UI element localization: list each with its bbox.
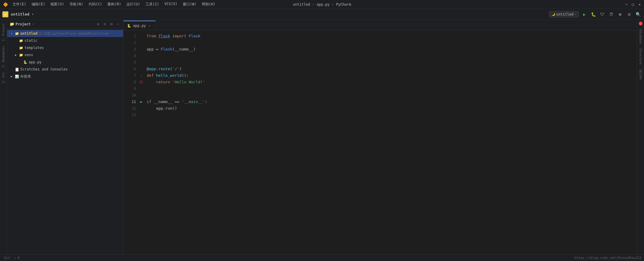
tree-arrow-templates[interactable] <box>14 46 18 50</box>
menu-item-i[interactable]: 工具(I) <box>143 1 162 7</box>
tree-label-scratches: Scratches and Consoles <box>20 67 68 71</box>
menu-item-v[interactable]: 视图(V) <box>48 1 66 7</box>
tree-item-static[interactable]: 📁 static <box>7 37 123 44</box>
code-line-11: if __name__ == '__main__' : <box>144 99 637 105</box>
run-configuration[interactable]: 🌙 untitled ▾ <box>549 11 579 18</box>
gutter-6 <box>138 66 144 72</box>
tree-item-venv[interactable]: ▶ 📁 venv <box>7 51 123 59</box>
code-editor[interactable]: 1 2 3 4 5 6 7 8 9 10 11 12 13 <box>123 30 637 254</box>
window-title: untitled - app.py - PyCharm <box>293 2 351 7</box>
line-num-2: 2 <box>127 39 136 46</box>
token-app-route: app.route <box>149 66 170 72</box>
line-num-10: 10 <box>127 92 136 99</box>
right-vtabs: ⬤ Database Structure SELVAr <box>637 20 644 254</box>
sidebar-dropdown-arrow[interactable]: ▾ <box>32 22 34 26</box>
line-num-13: 13 <box>127 112 136 118</box>
code-line-8: return 'Hello World!' <box>144 79 637 85</box>
tree-arrow-external[interactable]: ▶ <box>10 74 14 79</box>
right-vtab-selvar[interactable]: SELVAr <box>638 67 643 82</box>
status-url: https://blog.csdn.net/SteveZhou212 <box>575 256 642 260</box>
token-at: @ <box>147 66 149 72</box>
run-arrow-11[interactable]: ▶ <box>140 100 142 104</box>
vtab-git[interactable]: Z: Git <box>1 70 6 85</box>
sidebar-minimize-button[interactable]: ─ <box>115 22 121 27</box>
stop-button[interactable]: ⏹ <box>626 11 633 18</box>
breakpoint-8[interactable] <box>140 81 143 84</box>
tree-item-scratches[interactable]: 📋 Scratches and Consoles <box>7 66 123 73</box>
vtab-project[interactable]: 1: Project <box>1 21 6 44</box>
menu-item-u[interactable]: 运行(U) <box>124 1 143 7</box>
collapse-all-button[interactable]: ≡ <box>102 22 108 27</box>
status-git[interactable]: Git <box>2 256 12 260</box>
status-problems[interactable]: ⚠ 0 <box>12 256 21 260</box>
token-app: app <box>147 46 156 53</box>
token-main-str: '__main__' <box>182 99 205 105</box>
tree-item-app-py[interactable]: 🐍 app.py <box>7 59 123 66</box>
tree-arrow-app <box>18 60 22 64</box>
token-hello-str: 'Hello World!' <box>172 79 205 85</box>
main-toolbar: 📁 untitled ▾ 🌙 untitled ▾ ▶ 🐛 🛡 ⏱ ⚙ ⏹ 🔍 <box>0 9 644 20</box>
menu-item-w[interactable]: 窗口(W) <box>180 1 199 7</box>
titlebar: 🔶 文件(E)编辑(E)视图(V)导航(N)代码(C)重构(R)运行(U)工具(… <box>0 0 644 9</box>
maximize-button[interactable]: □ <box>631 2 635 7</box>
tree-arrow-static[interactable] <box>14 39 18 43</box>
run-button[interactable]: ▶ <box>581 11 588 18</box>
line-num-1: 1 <box>127 33 136 39</box>
tree-arrow-root[interactable]: ▾ <box>10 31 14 36</box>
run-config-dropdown[interactable]: ▾ <box>575 13 576 16</box>
gutter-13 <box>138 112 144 118</box>
sidebar-settings-button[interactable]: ⚙ <box>109 22 114 27</box>
gutter-2 <box>138 39 144 46</box>
menu-item-e[interactable]: 编辑(E) <box>29 1 48 7</box>
tree-python-icon-app: 🐍 <box>23 60 28 65</box>
close-button[interactable]: ✕ <box>637 2 642 7</box>
tree-arrow-venv[interactable]: ▶ <box>14 53 18 57</box>
token-if: if <box>147 99 151 105</box>
token-space-6 <box>170 79 172 85</box>
line-num-5: 5 <box>127 59 136 66</box>
project-dropdown-arrow[interactable]: ▾ <box>32 13 34 16</box>
run-with-coverage[interactable]: 🛡 <box>599 11 606 18</box>
menu-item-h[interactable]: 帮助(H) <box>199 1 218 7</box>
tree-folder-icon-templates: 📁 <box>19 45 24 50</box>
tree-arrow-scratches[interactable] <box>10 67 14 71</box>
menu-item-r[interactable]: 重构(R) <box>105 1 123 7</box>
right-vtab-database[interactable]: Database <box>638 27 643 46</box>
line-num-7: 7 <box>127 72 136 79</box>
tree-label-external: 外部库 <box>20 74 31 79</box>
gutter-4 <box>138 53 144 59</box>
tree-label-venv: venv <box>24 53 33 57</box>
tree-item-external[interactable]: ▶ 📊 外部库 <box>7 73 123 80</box>
menu-item-n[interactable]: 导航(N) <box>67 1 86 7</box>
tree-item-templates[interactable]: 📁 templates <box>7 44 123 51</box>
tree-item-root[interactable]: ▾ 📁 untitled D:\E盘\python\Flask Web应用\un… <box>7 30 123 37</box>
minimize-button[interactable]: ─ <box>624 2 628 7</box>
window-controls: ─ □ ✕ <box>624 2 642 7</box>
tab-close-button[interactable]: ✕ <box>148 24 152 28</box>
project-sidebar: 📁 Project ▾ ⊕ ≡ ⚙ ─ ▾ 📁 untitled D:\E盘\p… <box>7 20 123 254</box>
gutter-10 <box>138 92 144 99</box>
sidebar-title: Project <box>16 22 31 26</box>
tab-app-py[interactable]: 🐍 app.py ✕ <box>123 21 156 30</box>
locate-file-button[interactable]: ⊕ <box>96 22 101 27</box>
search-everywhere-button[interactable]: 🔍 <box>634 11 642 18</box>
debug-button[interactable]: 🐛 <box>590 11 597 18</box>
gutter-5 <box>138 59 144 66</box>
concurrency-button[interactable]: ⚙ <box>617 11 624 18</box>
fold-arrow-7[interactable]: ▿ <box>140 74 143 78</box>
code-line-10 <box>144 92 637 99</box>
tab-bar: 🐍 app.py ✕ <box>123 20 637 30</box>
vtab-bookmarks[interactable]: 2: Bookmarks <box>1 44 6 70</box>
token-flask-class: Flask <box>189 33 200 39</box>
token-colon: : <box>205 99 208 105</box>
menu-item-e[interactable]: 文件(E) <box>10 1 29 7</box>
menu-item-vcss[interactable]: VCS(S) <box>162 1 180 7</box>
profile-button[interactable]: ⏱ <box>608 11 615 18</box>
right-vtab-error-icon[interactable]: ⬤ <box>637 20 644 27</box>
token-eqeq: == <box>172 99 182 105</box>
menu-item-c[interactable]: 代码(C) <box>86 1 105 7</box>
right-vtab-structure[interactable]: Structure <box>638 46 643 67</box>
token-space-2 <box>170 33 172 39</box>
code-content[interactable]: from flask import Flask app = Flask ( __… <box>144 30 637 254</box>
line-num-6: 6 <box>127 66 136 72</box>
